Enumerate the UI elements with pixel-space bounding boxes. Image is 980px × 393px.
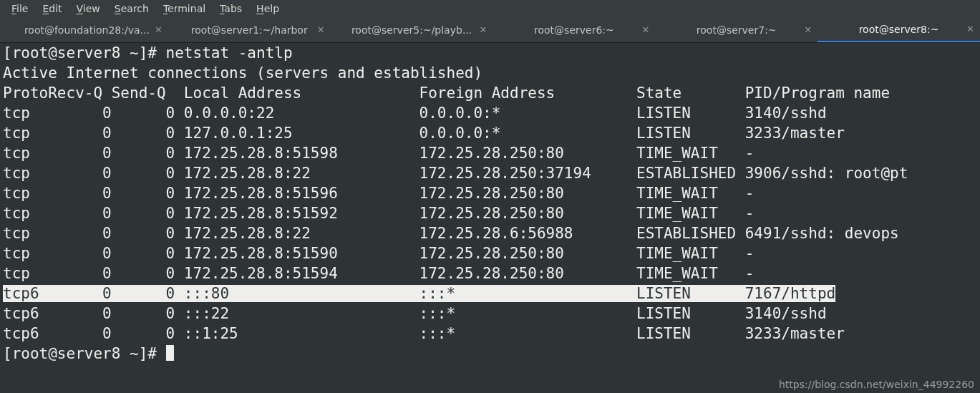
tab-label: root@server7:~ bbox=[697, 24, 777, 36]
terminal-tab-2[interactable]: root@server5:~/playb...✕ bbox=[331, 17, 493, 42]
close-icon[interactable]: ✕ bbox=[317, 24, 325, 35]
command-line: [root@server8 ~]# netstat -antlp bbox=[3, 43, 977, 63]
table-row: tcp 0 0 172.25.28.8:22 172.25.28.6:56988… bbox=[3, 223, 977, 243]
table-row: tcp 0 0 172.25.28.8:51598 172.25.28.250:… bbox=[3, 143, 977, 163]
netstat-title: Active Internet connections (servers and… bbox=[3, 63, 977, 83]
watermark: https://blog.csdn.net/weixin_44992260 bbox=[779, 379, 974, 390]
table-row: tcp 0 0 0.0.0.0:22 0.0.0.0:* LISTEN 3140… bbox=[3, 103, 977, 123]
terminal-tab-1[interactable]: root@server1:~/harbor✕ bbox=[168, 17, 331, 42]
tab-label: root@server5:~/playb... bbox=[351, 24, 472, 36]
table-row: tcp6 0 0 :::80 :::* LISTEN 7167/httpd bbox=[3, 283, 977, 304]
menu-tabs[interactable]: Tabs bbox=[213, 1, 249, 16]
table-row: tcp 0 0 127.0.0.1:25 0.0.0.0:* LISTEN 32… bbox=[3, 123, 977, 143]
menu-terminal[interactable]: Terminal bbox=[156, 1, 213, 16]
menu-help[interactable]: Help bbox=[249, 1, 286, 16]
menubar: FileEditViewSearchTerminalTabsHelp bbox=[0, 0, 980, 17]
table-row: tcp6 0 0 ::1:25 :::* LISTEN 3233/master bbox=[3, 324, 977, 344]
terminal-tab-5[interactable]: root@server8:~✕ bbox=[818, 17, 980, 42]
close-icon[interactable]: ✕ bbox=[804, 24, 812, 35]
close-icon[interactable]: ✕ bbox=[155, 24, 162, 35]
terminal-tab-0[interactable]: root@foundation28:/va...✕ bbox=[6, 17, 168, 42]
terminal-tab-3[interactable]: root@server6:~✕ bbox=[493, 17, 655, 42]
menu-file[interactable]: File bbox=[4, 1, 35, 16]
menu-search[interactable]: Search bbox=[107, 1, 156, 16]
menu-edit[interactable]: Edit bbox=[35, 1, 69, 16]
tab-label: root@foundation28:/va... bbox=[24, 24, 150, 36]
table-row: tcp 0 0 172.25.28.8:51592 172.25.28.250:… bbox=[3, 203, 977, 223]
tab-label: root@server8:~ bbox=[859, 24, 939, 35]
close-icon[interactable]: ✕ bbox=[966, 24, 974, 34]
table-row: tcp 0 0 172.25.28.8:51596 172.25.28.250:… bbox=[3, 183, 977, 203]
menu-view[interactable]: View bbox=[69, 1, 107, 16]
table-row: tcp6 0 0 :::22 :::* LISTEN 3140/sshd bbox=[3, 304, 977, 324]
close-icon[interactable]: ✕ bbox=[480, 24, 487, 35]
terminal-tab-4[interactable]: root@server7:~✕ bbox=[655, 17, 818, 42]
table-row: tcp 0 0 172.25.28.8:51594 172.25.28.250:… bbox=[3, 263, 977, 283]
close-icon[interactable]: ✕ bbox=[641, 24, 649, 35]
tab-bar: root@foundation28:/va...✕root@server1:~/… bbox=[0, 17, 980, 43]
terminal-output[interactable]: [root@server8 ~]# netstat -antlpActive I… bbox=[0, 43, 980, 364]
cursor bbox=[166, 345, 174, 361]
tab-label: root@server6:~ bbox=[534, 24, 614, 36]
tab-label: root@server1:~/harbor bbox=[191, 24, 308, 36]
netstat-header: ProtoRecv-Q Send-Q Local Address Foreign… bbox=[3, 83, 977, 103]
table-row: tcp 0 0 172.25.28.8:22 172.25.28.250:371… bbox=[3, 163, 977, 183]
prompt-line: [root@server8 ~]# bbox=[3, 344, 977, 364]
table-row: tcp 0 0 172.25.28.8:51590 172.25.28.250:… bbox=[3, 243, 977, 263]
